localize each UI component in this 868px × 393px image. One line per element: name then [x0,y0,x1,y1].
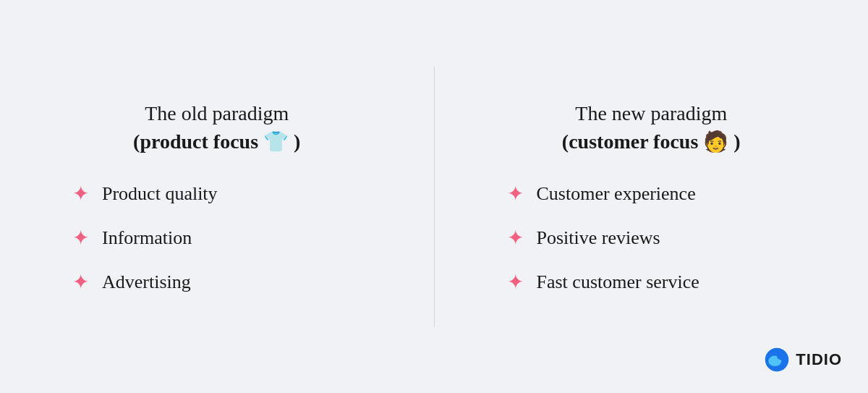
item-text: Product quality [102,183,218,205]
item-text: Advertising [102,271,191,293]
right-column-title: The new paradigm (customer focus 🧑 ) [562,99,741,156]
star-icon: ✦ [72,182,89,206]
star-icon: ✦ [507,270,524,294]
item-text: Customer experience [537,183,696,205]
list-item: ✦ Information [72,226,218,250]
list-item: ✦ Fast customer service [507,270,699,294]
item-text: Fast customer service [537,271,699,293]
left-title-line2: (product focus 👕 ) [133,130,300,153]
right-title-line2: (customer focus 🧑 ) [562,130,741,153]
right-item-list: ✦ Customer experience ✦ Positive reviews… [464,182,699,294]
tidio-logo-icon [764,347,790,373]
item-text: Information [102,227,192,249]
left-column: The old paradigm (product focus 👕 ) ✦ Pr… [0,70,434,323]
list-item: ✦ Customer experience [507,182,699,206]
main-container: The old paradigm (product focus 👕 ) ✦ Pr… [0,0,868,393]
right-column: The new paradigm (customer focus 🧑 ) ✦ C… [435,70,869,323]
star-icon: ✦ [72,226,89,250]
star-icon: ✦ [507,182,524,206]
list-item: ✦ Positive reviews [507,226,699,250]
left-column-title: The old paradigm (product focus 👕 ) [133,99,300,156]
list-item: ✦ Advertising [72,270,218,294]
star-icon: ✦ [72,270,89,294]
star-icon: ✦ [507,226,524,250]
item-text: Positive reviews [537,227,660,249]
right-title-line1: The new paradigm [575,102,727,124]
logo-container: TIDIO [764,347,842,373]
list-item: ✦ Product quality [72,182,218,206]
left-title-line1: The old paradigm [145,102,289,124]
logo-text: TIDIO [796,350,842,369]
svg-point-2 [777,352,785,360]
left-item-list: ✦ Product quality ✦ Information ✦ Advert… [29,182,218,294]
